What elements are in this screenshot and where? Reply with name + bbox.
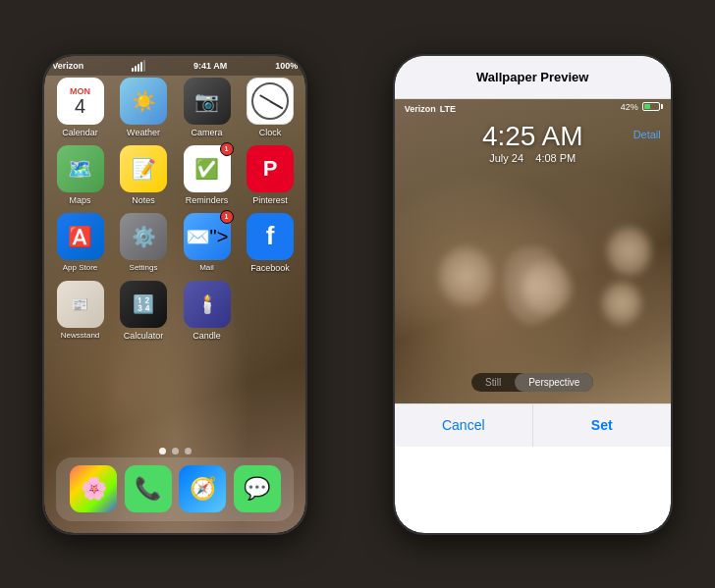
notes-label: Notes — [132, 195, 155, 205]
camera-icon: 📷 — [184, 78, 231, 125]
thumb-hint — [503, 246, 562, 325]
bar3 — [138, 64, 139, 72]
appstore-icon: 🅰️ — [57, 213, 104, 260]
status-bar-left: Verizon 9:41 AM 100% — [44, 56, 305, 76]
candle-icon: 🕯️ — [184, 281, 231, 328]
settings-icon: ⚙️ — [120, 213, 167, 260]
wallpaper-preview-title: Wallpaper Preview — [476, 70, 588, 84]
face-blur-4 — [602, 282, 641, 325]
weather-icon: ☀️ — [120, 78, 167, 125]
settings-label: Settings — [130, 263, 158, 272]
app-icon-calculator[interactable]: 🔢 Calculator — [116, 281, 172, 341]
scene: Verizon 9:41 AM 100% MON — [0, 0, 715, 588]
dock-phone[interactable]: 📞 — [125, 465, 172, 512]
app-icon-facebook[interactable]: f Facebook — [243, 213, 299, 273]
pinterest-label: Pinterest — [252, 195, 288, 205]
clock-label: Clock — [259, 128, 282, 137]
app-icon-newsstand[interactable]: 📰 Newsstand — [52, 281, 108, 341]
mail-label: Mail — [199, 263, 214, 272]
reminders-label: Reminders — [186, 195, 229, 205]
cancel-button[interactable]: Cancel — [395, 404, 532, 447]
notes-icon: 📝 — [120, 145, 167, 192]
battery-icon — [642, 102, 663, 111]
calendar-label: Calendar — [62, 128, 98, 137]
dot-2 — [172, 448, 179, 454]
dot-1 — [159, 448, 166, 454]
weather-label: Weather — [127, 128, 160, 137]
app-icon-settings[interactable]: ⚙️ Settings — [116, 213, 172, 273]
app-icon-candle[interactable]: 🕯️ Candle — [179, 281, 235, 341]
app-icon-clock[interactable]: Clock — [243, 78, 299, 137]
lock-carrier: Verizon LTE — [405, 104, 456, 114]
maps-label: Maps — [69, 195, 90, 205]
bar4 — [140, 62, 142, 72]
phone-left: Verizon 9:41 AM 100% MON — [42, 54, 307, 535]
dock-photos[interactable]: 🌸 — [70, 465, 117, 512]
phone-right-screen: Wallpaper Preview Verizon LTE 42% — [395, 56, 671, 533]
facebook-icon: f — [247, 213, 294, 260]
newsstand-icon: 📰 — [57, 281, 104, 328]
app-icon-pinterest[interactable]: P Pinterest — [243, 145, 299, 205]
app-grid: MON 4 Calendar ☀️ Weather 📷 Camera — [52, 78, 298, 341]
pinterest-icon: P — [247, 145, 294, 192]
time-left: 9:41 AM — [193, 61, 227, 71]
camera-label: Camera — [191, 128, 222, 137]
face-blur-3 — [607, 227, 651, 276]
carrier-left: Verizon — [52, 61, 83, 71]
app-icon-calendar[interactable]: MON 4 Calendar — [52, 78, 108, 137]
page-dots — [44, 448, 305, 454]
app-icon-appstore[interactable]: 🅰️ App Store — [52, 213, 108, 273]
reminders-badge: 1 — [220, 142, 234, 156]
calendar-icon: MON 4 — [57, 78, 104, 125]
lock-date: July 24 4:08 PM — [395, 152, 671, 164]
app-icon-maps[interactable]: 🗺️ Maps — [52, 145, 108, 205]
app-icon-camera[interactable]: 📷 Camera — [179, 78, 235, 137]
calculator-icon: 🔢 — [120, 281, 167, 328]
app-icon-notes[interactable]: 📝 Notes — [116, 145, 172, 205]
wp-toggle: Still Perspective — [471, 373, 593, 392]
wp-toggle-area: Still Perspective — [395, 373, 671, 392]
bar1 — [132, 68, 134, 72]
phone-right: Wallpaper Preview Verizon LTE 42% — [393, 54, 673, 535]
set-button[interactable]: Set — [532, 404, 671, 447]
app-icon-reminders[interactable]: ✅ 1 Reminders — [179, 145, 235, 205]
candle-label: Candle — [192, 331, 221, 341]
bar5 — [143, 60, 145, 72]
facebook-label: Facebook — [250, 263, 290, 273]
lock-battery-area: 42% — [621, 102, 663, 112]
dock-messages[interactable]: 💬 — [234, 465, 281, 512]
newsstand-label: Newsstand — [61, 331, 100, 340]
wp-actions: Cancel Set — [395, 403, 671, 447]
app-icon-mail[interactable]: ✉️"> 1 Mail — [179, 213, 235, 273]
lock-detail[interactable]: Detail — [633, 129, 661, 140]
mail-badge: 1 — [220, 210, 234, 224]
battery-left: 100% — [275, 61, 298, 71]
maps-icon: 🗺️ — [57, 145, 104, 192]
lock-time-area: 4:25 AM July 24 4:08 PM — [395, 121, 671, 164]
lock-status-bar: Verizon LTE 42% — [395, 99, 671, 119]
wallpaper-preview-header: Wallpaper Preview — [395, 56, 671, 99]
reminders-icon: ✅ 1 — [184, 145, 231, 192]
dock: 🌸 📞 🧭 💬 — [56, 457, 294, 521]
battery-pct: 42% — [621, 102, 638, 112]
wp-toggle-still[interactable]: Still — [471, 373, 515, 392]
wp-toggle-perspective[interactable]: Perspective — [515, 373, 593, 392]
dot-3 — [185, 448, 192, 454]
phone-left-screen: Verizon 9:41 AM 100% MON — [44, 56, 305, 533]
face-blur-1 — [439, 246, 493, 305]
signal-bars — [132, 60, 145, 72]
lock-time: 4:25 AM — [395, 121, 671, 152]
calculator-label: Calculator — [124, 331, 164, 341]
lock-screen-preview: Verizon LTE 42% 4 — [395, 99, 671, 403]
mail-icon: ✉️"> 1 — [184, 213, 231, 260]
appstore-label: App Store — [63, 263, 98, 272]
clock-icon — [247, 78, 294, 125]
bar2 — [135, 66, 137, 72]
dock-safari[interactable]: 🧭 — [179, 465, 226, 512]
app-icon-weather[interactable]: ☀️ Weather — [116, 78, 172, 137]
